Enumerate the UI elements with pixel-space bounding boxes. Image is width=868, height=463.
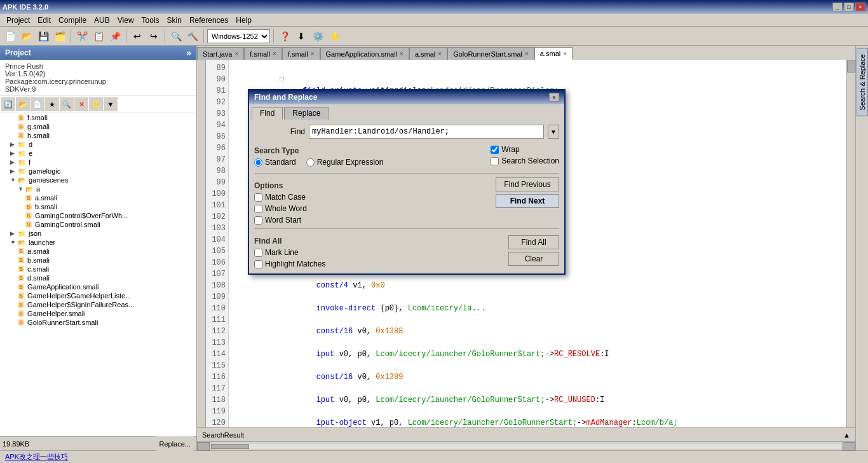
menu-compile[interactable]: Compile [55,15,90,26]
word-start-item[interactable]: Word Start [254,216,307,225]
save-all-button[interactable]: 🗂️ [52,29,67,44]
tree-item-gamehelper-signin[interactable]: S GameHelper$SignInFailureReas... [0,300,196,309]
tips-link[interactable]: APK改之理一些技巧 [5,452,68,462]
tree-item-f[interactable]: ▶ 📁 f [0,158,196,167]
menu-view[interactable]: View [114,15,138,26]
tab-close-icon[interactable]: × [311,50,315,57]
tab-gameapplication[interactable]: GameApplication.small × [320,47,409,60]
replace-btn[interactable]: Replace... [156,436,194,452]
tree-item-gamehelper[interactable]: S GameHelper.smali [0,309,196,318]
tree-item-launcher[interactable]: ▼ 📂 launcher [0,238,196,247]
find-replace-dialog[interactable]: Find and Replace × Find Replace Find ▼ S… [248,89,566,275]
mark-line-checkbox[interactable] [254,249,262,257]
tree-item-gameapplication[interactable]: S GameApplication.smali [0,282,196,291]
tree-item-launcher-c[interactable]: S c.smali [0,265,196,273]
tab-close-icon[interactable]: × [273,50,276,57]
tree-item-launcher-b[interactable]: S b.smali [0,256,196,265]
wrap-checkbox-item[interactable]: Wrap [491,145,559,154]
mark-line-item[interactable]: Mark Line [254,248,325,257]
new-button[interactable]: 📄 [3,29,18,44]
tree-star-btn[interactable]: ⭐ [89,97,103,111]
encoding-select[interactable]: Windows-1252 UTF-8 UTF-16 [207,29,270,43]
find-next-button[interactable]: Find Next [496,194,559,208]
star-button[interactable]: ⭐ [327,29,342,44]
tree-item-gamingcontrol[interactable]: S GamingControl.smali [0,220,196,229]
tab-f-small-2[interactable]: f.small × [282,47,320,60]
radio-standard[interactable]: Standard [254,158,296,167]
find-dropdown-button[interactable]: ▼ [548,125,559,139]
open-button[interactable]: 📂 [19,29,34,44]
tree-item-h-smali[interactable]: S h.smali [0,131,196,140]
tree-item-a-smali[interactable]: S a.smali [0,193,196,202]
tree-item-gamelogic[interactable]: ▶ 📁 gamelogic [0,167,196,176]
menu-aub[interactable]: AUB [90,15,114,26]
find-previous-button[interactable]: Find Previous [496,177,559,191]
match-case-item[interactable]: Match Case [254,193,307,202]
tree-item-gamescenes[interactable]: ▼ 📂 gamescenes [0,176,196,184]
tree-item-golorunnerstart[interactable]: S GoloRunnerStart.smali [0,318,196,327]
download-button[interactable]: ⬇ [294,29,309,44]
tab-close-icon[interactable]: × [563,50,567,57]
settings-button[interactable]: ⚙️ [310,29,325,44]
tree-item-a-folder[interactable]: ▼ 📂 a [0,184,196,193]
tree-item-json[interactable]: ▶ 📁 json [0,229,196,238]
menu-references[interactable]: References [186,15,232,26]
radio-regex[interactable]: Regular Expression [306,158,384,167]
tree-item-f-smali[interactable]: S f.smali [0,113,196,122]
tab-close-icon[interactable]: × [400,50,403,57]
tab-close-icon[interactable]: × [525,50,529,57]
tree-item-b-smali[interactable]: S b.smali [0,202,196,211]
menu-help[interactable]: Help [232,15,255,26]
dialog-close-button[interactable]: × [549,93,559,102]
tab-a-smal-1[interactable]: a.smal × [409,47,447,60]
tree-open-btn[interactable]: 📂 [16,97,30,111]
menu-edit[interactable]: Edit [34,15,55,26]
build-button[interactable]: 🔨 [185,29,200,44]
redo-button[interactable]: ↪ [146,29,161,44]
tab-f-small-1[interactable]: f.small × [244,47,282,60]
whole-word-checkbox[interactable] [254,205,262,213]
clear-button[interactable]: Clear [508,252,559,266]
copy-button[interactable]: 📋 [91,29,106,44]
tree-item-gamehelper-listener[interactable]: S GameHelper$GameHelperListe... [0,291,196,300]
tab-close-icon[interactable]: × [234,50,238,57]
tree-item-g-smali[interactable]: S g.smali [0,122,196,131]
tree-item-gamingcontrol-over[interactable]: S GamingControl$OverForWh... [0,211,196,220]
search-selection-checkbox-item[interactable]: Search Selection [491,156,559,165]
menu-tools[interactable]: Tools [138,15,163,26]
menu-skin[interactable]: Skin [163,15,186,26]
close-button[interactable]: × [855,3,865,11]
maximize-button[interactable]: □ [844,3,854,11]
word-start-checkbox[interactable] [254,216,262,225]
paste-button[interactable]: 📌 [107,29,123,44]
cut-button[interactable]: ✂️ [74,29,90,44]
tab-close-icon[interactable]: × [438,50,442,57]
undo-button[interactable]: ↩ [130,29,145,44]
minimize-button[interactable]: _ [832,3,843,11]
tab-start-java[interactable]: Start.java × [197,47,244,60]
search-button[interactable]: 🔍 [168,29,184,44]
tree-item-launcher-d[interactable]: S d.smali [0,273,196,282]
tree-item-launcher-a[interactable]: S a.smali [0,247,196,256]
tree-new-btn[interactable]: 📄 [31,97,44,111]
find-input[interactable] [309,125,544,139]
save-button[interactable]: 💾 [36,29,51,44]
menu-project[interactable]: Project [3,15,34,26]
search-replace-tab[interactable]: Search & Replace [857,48,868,116]
tree-refresh-btn[interactable]: 🔄 [1,97,15,111]
tab-a-smal-2[interactable]: a.smal × [534,47,573,60]
tree-bookmark-btn[interactable]: ★ [45,97,59,111]
highlight-matches-checkbox[interactable] [254,260,262,268]
tab-golorunnerstart[interactable]: GoloRunnerStart.smal × [447,47,534,60]
tree-search-btn[interactable]: 🔍 [60,97,74,111]
match-case-checkbox[interactable] [254,193,262,202]
search-selection-checkbox[interactable] [491,157,499,165]
whole-word-item[interactable]: Whole Word [254,204,307,213]
find-all-button[interactable]: Find All [508,235,559,249]
collapse-button[interactable]: » [186,48,191,58]
highlight-matches-item[interactable]: Highlight Matches [254,259,325,268]
help-button[interactable]: ❓ [277,29,292,44]
dialog-tab-replace[interactable]: Replace [284,107,329,120]
search-result-expand-icon[interactable]: ▲ [843,431,850,439]
tree-delete-btn[interactable]: ✕ [74,97,88,111]
